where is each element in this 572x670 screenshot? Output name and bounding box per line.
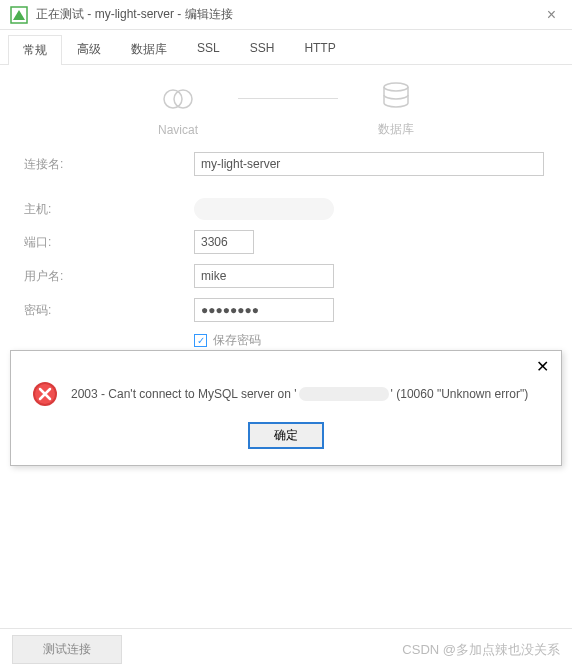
password-label: 密码: xyxy=(24,302,194,319)
host-label: 主机: xyxy=(24,201,194,218)
database-icon xyxy=(379,79,413,115)
port-input[interactable] xyxy=(194,230,254,254)
navicat-label: Navicat xyxy=(158,123,198,137)
port-label: 端口: xyxy=(24,234,194,251)
title-bar: 正在测试 - my-light-server - 编辑连接 × xyxy=(0,0,572,30)
navicat-icon xyxy=(160,81,196,117)
save-password-label: 保存密码 xyxy=(213,332,261,349)
save-password-checkbox[interactable]: ✓ xyxy=(194,334,207,347)
connection-form: 连接名: 主机: 端口: 用户名: 密码: ●●●●●●●● ✓ 保存密码 xyxy=(0,146,572,355)
tab-general[interactable]: 常规 xyxy=(8,35,62,65)
username-input[interactable] xyxy=(194,264,334,288)
window-close-button[interactable]: × xyxy=(541,6,562,24)
svg-point-3 xyxy=(384,83,408,91)
svg-point-2 xyxy=(174,90,192,108)
svg-point-1 xyxy=(164,90,182,108)
error-dialog: ✕ 2003 - Can't connect to MySQL server o… xyxy=(10,350,562,466)
password-input[interactable]: ●●●●●●●● xyxy=(194,298,334,322)
app-icon xyxy=(10,6,28,24)
connection-name-label: 连接名: xyxy=(24,156,194,173)
error-icon xyxy=(31,380,59,408)
tab-bar: 常规 高级 数据库 SSL SSH HTTP xyxy=(0,30,572,65)
error-message: 2003 - Can't connect to MySQL server on … xyxy=(71,387,528,401)
connection-illustration: Navicat 数据库 xyxy=(0,65,572,146)
dialog-close-button[interactable]: ✕ xyxy=(536,358,549,375)
host-input-redacted[interactable] xyxy=(194,198,334,220)
watermark-text: CSDN @多加点辣也没关系 xyxy=(402,641,560,659)
test-connection-button[interactable]: 测试连接 xyxy=(12,635,122,664)
redacted-host xyxy=(299,387,389,401)
tab-http[interactable]: HTTP xyxy=(289,34,350,64)
tab-ssh[interactable]: SSH xyxy=(235,34,290,64)
window-title: 正在测试 - my-light-server - 编辑连接 xyxy=(36,6,541,23)
tab-ssl[interactable]: SSL xyxy=(182,34,235,64)
connection-name-input[interactable] xyxy=(194,152,544,176)
database-label: 数据库 xyxy=(378,121,414,138)
ok-button[interactable]: 确定 xyxy=(248,422,324,449)
tab-advanced[interactable]: 高级 xyxy=(62,34,116,64)
footer-bar: 测试连接 CSDN @多加点辣也没关系 xyxy=(0,628,572,670)
tab-database[interactable]: 数据库 xyxy=(116,34,182,64)
username-label: 用户名: xyxy=(24,268,194,285)
